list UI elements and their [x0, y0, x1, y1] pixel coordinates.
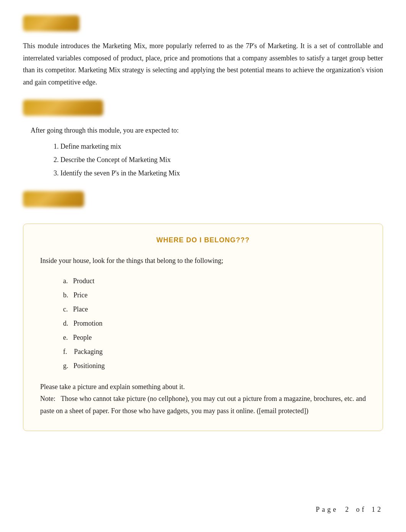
list-item: a. Product	[63, 274, 366, 288]
targets-heading: After going through this module, you are…	[31, 125, 383, 136]
page-total: 12	[372, 506, 383, 513]
page-of: of	[356, 506, 367, 513]
activity-title: WHERE DO I BELONG???	[40, 236, 366, 244]
intro-badge	[23, 15, 80, 31]
topic-section	[23, 191, 383, 216]
page-current: 2	[345, 506, 351, 513]
list-item: 3. Identify the seven P's in the Marketi…	[54, 167, 383, 180]
list-item: b. Price	[63, 288, 366, 302]
activity-list: a. Product b. Price c. Place d. Promotio…	[63, 274, 366, 373]
intro-section: This module introduces the Marketing Mix…	[23, 15, 383, 88]
page-number: Page 2 of 12	[316, 506, 383, 514]
list-item: 1. Define marketing mix	[54, 140, 383, 153]
activity-note: Please take a picture and explain someth…	[40, 381, 366, 417]
page-container: This module introduces the Marketing Mix…	[0, 0, 406, 532]
list-item: c. Place	[63, 302, 366, 316]
list-item: g. Positioning	[63, 359, 366, 373]
targets-list: 1. Define marketing mix 2. Describe the …	[54, 140, 383, 180]
topic-badge	[23, 191, 84, 207]
targets-section: After going through this module, you are…	[23, 100, 383, 180]
intro-text: This module introduces the Marketing Mix…	[23, 40, 383, 88]
list-item: 2. Describe the Concept of Marketing Mix	[54, 154, 383, 166]
list-item: d. Promotion	[63, 316, 366, 330]
activity-box: WHERE DO I BELONG??? Inside your house, …	[23, 224, 383, 431]
page-label: Page	[316, 506, 338, 513]
list-item: f. Packaging	[63, 345, 366, 358]
list-item: e. People	[63, 331, 366, 344]
activity-intro: Inside your house, look for the things t…	[40, 255, 366, 267]
targets-badge	[23, 100, 103, 116]
